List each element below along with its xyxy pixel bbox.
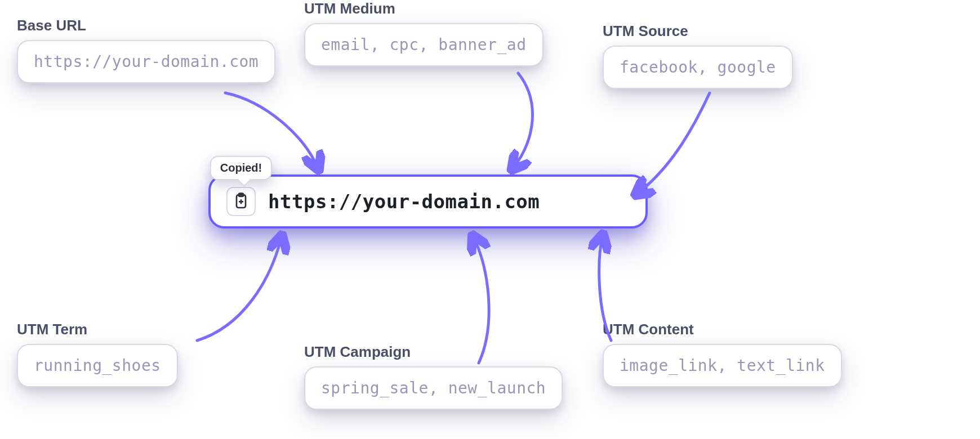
clipboard-plus-icon	[232, 192, 250, 212]
result-url: https://your-domain.com	[268, 190, 630, 213]
tooltip-copied: Copied!	[210, 156, 272, 180]
input-utm-campaign[interactable]: spring_sale, new_launch	[304, 366, 563, 410]
label-utm-content: UTM Content	[603, 321, 842, 338]
input-utm-source[interactable]: facebook, google	[603, 46, 793, 89]
field-utm-source: UTM Source facebook, google	[603, 23, 793, 89]
field-utm-term: UTM Term running_shoes	[17, 321, 178, 387]
field-utm-campaign: UTM Campaign spring_sale, new_launch	[304, 343, 563, 410]
input-utm-term[interactable]: running_shoes	[17, 344, 178, 387]
field-utm-content: UTM Content image_link, text_link	[603, 321, 842, 387]
result-box: Copied! https://your-domain.com	[208, 174, 648, 229]
field-base-url: Base URL https://your-domain.com	[17, 17, 275, 83]
label-base-url: Base URL	[17, 17, 275, 34]
input-base-url[interactable]: https://your-domain.com	[17, 40, 275, 83]
label-utm-campaign: UTM Campaign	[304, 343, 563, 361]
copy-button[interactable]: Copied!	[226, 187, 256, 216]
label-utm-medium: UTM Medium	[304, 0, 544, 17]
field-utm-medium: UTM Medium email, cpc, banner_ad	[304, 0, 544, 66]
input-utm-content[interactable]: image_link, text_link	[603, 344, 842, 387]
input-utm-medium[interactable]: email, cpc, banner_ad	[304, 23, 544, 66]
label-utm-term: UTM Term	[17, 321, 178, 338]
label-utm-source: UTM Source	[603, 23, 793, 40]
